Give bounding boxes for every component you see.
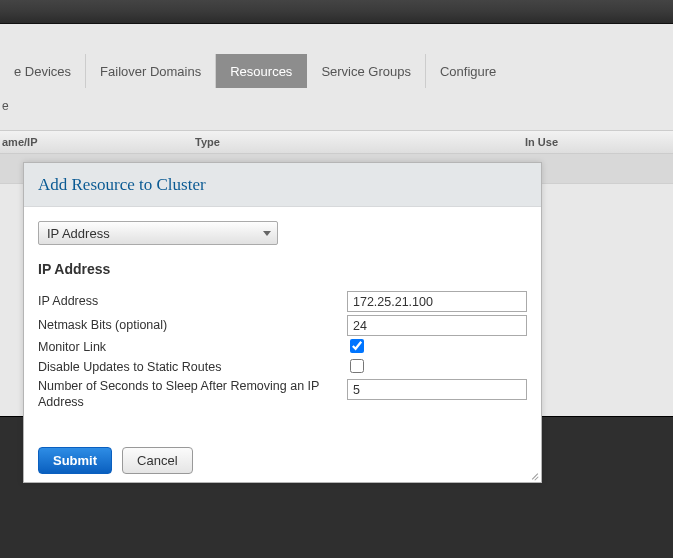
breadcrumb: e xyxy=(0,99,673,117)
tab-failover-domains[interactable]: Failover Domains xyxy=(86,54,216,88)
monitor-link-checkbox[interactable] xyxy=(350,339,364,353)
cancel-button[interactable]: Cancel xyxy=(122,447,192,474)
label-netmask: Netmask Bits (optional) xyxy=(38,318,347,334)
col-name-ip[interactable]: ame/IP xyxy=(0,136,195,148)
form: IP Address Netmask Bits (optional) Monit… xyxy=(38,291,527,410)
resize-handle-icon[interactable] xyxy=(527,468,539,480)
top-bar xyxy=(0,0,673,24)
add-resource-dialog: Add Resource to Cluster IP Address IP Ad… xyxy=(23,162,542,483)
table-header: ame/IP Type In Use xyxy=(0,130,673,154)
disable-updates-checkbox[interactable] xyxy=(350,359,364,373)
label-disable-updates: Disable Updates to Static Routes xyxy=(38,360,350,376)
resource-type-select[interactable]: IP Address xyxy=(38,221,278,245)
label-sleep-seconds: Number of Seconds to Sleep After Removin… xyxy=(38,379,347,410)
ip-address-field[interactable] xyxy=(347,291,527,312)
sleep-seconds-field[interactable] xyxy=(347,379,527,400)
dialog-header: Add Resource to Cluster xyxy=(24,163,541,207)
label-monitor-link: Monitor Link xyxy=(38,340,350,356)
tab-configure[interactable]: Configure xyxy=(426,54,510,88)
chevron-down-icon xyxy=(263,231,271,236)
section-heading: IP Address xyxy=(38,261,527,277)
netmask-field[interactable] xyxy=(347,315,527,336)
col-type[interactable]: Type xyxy=(195,136,525,148)
tab-devices[interactable]: e Devices xyxy=(0,54,86,88)
dialog-footer: Submit Cancel xyxy=(24,438,541,482)
dialog-body: IP Address IP Address IP Address Netmask… xyxy=(24,207,541,439)
resource-type-selected: IP Address xyxy=(47,226,110,241)
tab-service-groups[interactable]: Service Groups xyxy=(307,54,426,88)
dialog-title: Add Resource to Cluster xyxy=(38,175,206,195)
tab-strip: e Devices Failover Domains Resources Ser… xyxy=(0,54,673,88)
tab-resources[interactable]: Resources xyxy=(216,54,307,88)
label-ip-address: IP Address xyxy=(38,294,347,310)
submit-button[interactable]: Submit xyxy=(38,447,112,474)
col-in-use[interactable]: In Use xyxy=(525,136,673,148)
